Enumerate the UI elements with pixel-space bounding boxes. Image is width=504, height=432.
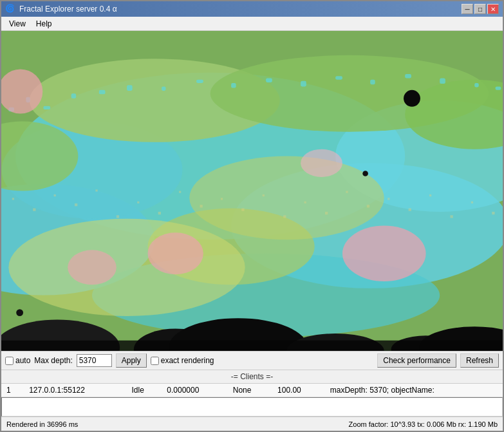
title-buttons: ─ □ ✕	[462, 4, 499, 14]
table-row: 1127.0.0.1:55122Idle0.000000None100.00ma…	[1, 384, 503, 397]
clients-section: -= Clients =- 1127.0.0.1:55122Idle0.0000…	[1, 370, 503, 417]
zoom-info: Zoom factor: 10^3.93 tx: 0.006 Mb rx: 1.…	[349, 420, 498, 428]
svg-point-16	[68, 250, 117, 285]
svg-rect-46	[75, 203, 77, 206]
svg-rect-61	[387, 198, 389, 200]
svg-rect-58	[325, 212, 328, 214]
svg-point-13	[189, 156, 384, 239]
svg-rect-52	[200, 205, 202, 207]
svg-rect-35	[301, 81, 306, 87]
svg-rect-32	[196, 80, 203, 83]
svg-point-71	[16, 309, 23, 316]
exact-rendering-checkbox[interactable]	[151, 357, 159, 365]
fractal-canvas[interactable]	[1, 31, 503, 351]
svg-rect-60	[367, 205, 369, 207]
title-bar: 🌀 Fractal Explorer server 0.4 α ─ □ ✕	[1, 1, 503, 17]
status-bar: Rendered in 36996 ms Zoom factor: 10^3.9…	[1, 417, 503, 431]
close-button[interactable]: ✕	[487, 4, 499, 14]
exact-rendering-label: exact rendering	[151, 356, 214, 365]
title-bar-left: 🌀 Fractal Explorer server 0.4 α	[5, 4, 117, 14]
svg-rect-53	[221, 198, 223, 200]
svg-rect-40	[474, 83, 478, 87]
svg-rect-36	[335, 76, 342, 79]
svg-rect-56	[283, 215, 286, 218]
window-title: Fractal Explorer server 0.4 α	[19, 5, 117, 14]
svg-rect-24	[1, 341, 503, 351]
svg-rect-43	[12, 198, 14, 200]
max-depth-label: Max depth:	[34, 356, 72, 365]
svg-rect-37	[370, 80, 375, 85]
fractal-image	[1, 31, 503, 351]
svg-rect-33	[231, 83, 236, 88]
svg-rect-55	[263, 194, 265, 196]
main-window: 🌀 Fractal Explorer server 0.4 α ─ □ ✕ Vi…	[0, 0, 504, 432]
apply-button[interactable]: Apply	[116, 353, 147, 368]
maximize-button[interactable]: □	[474, 4, 486, 14]
auto-checkbox[interactable]	[5, 357, 14, 365]
svg-rect-30	[127, 85, 133, 91]
svg-rect-59	[346, 191, 348, 193]
clients-empty-area	[1, 397, 503, 417]
svg-rect-41	[496, 86, 501, 89]
render-time: Rendered in 36996 ms	[6, 420, 78, 428]
svg-rect-54	[241, 209, 244, 211]
svg-rect-51	[179, 191, 181, 193]
svg-rect-47	[95, 189, 97, 191]
svg-rect-64	[450, 215, 453, 218]
menu-help[interactable]: Help	[31, 18, 57, 30]
menu-view[interactable]: View	[4, 18, 31, 30]
svg-rect-66	[492, 212, 494, 214]
svg-rect-48	[117, 215, 119, 218]
clients-header: -= Clients =-	[1, 370, 503, 384]
svg-rect-62	[409, 209, 411, 211]
svg-point-69	[404, 90, 420, 107]
clients-table: 1127.0.0.1:55122Idle0.000000None100.00ma…	[1, 384, 503, 397]
svg-rect-45	[54, 194, 56, 196]
svg-rect-31	[162, 86, 165, 90]
svg-point-12	[8, 219, 245, 316]
check-performance-button[interactable]: Check performance	[377, 353, 456, 368]
app-icon: 🌀	[5, 4, 15, 14]
svg-rect-34	[266, 78, 272, 82]
svg-point-70	[362, 171, 368, 176]
minimize-button[interactable]: ─	[462, 4, 473, 14]
max-depth-input[interactable]	[77, 354, 112, 367]
svg-rect-57	[304, 202, 306, 203]
svg-point-15	[147, 232, 203, 274]
svg-point-14	[342, 226, 426, 281]
svg-rect-38	[405, 74, 411, 78]
svg-rect-39	[440, 78, 445, 84]
svg-rect-65	[471, 202, 473, 203]
auto-checkbox-label: auto	[5, 356, 30, 365]
svg-point-17	[301, 149, 342, 177]
svg-rect-49	[137, 202, 139, 203]
menu-bar: View Help	[1, 17, 503, 31]
svg-rect-28	[71, 93, 77, 99]
refresh-button[interactable]: Refresh	[460, 353, 499, 368]
svg-rect-63	[429, 194, 431, 196]
toolbar: auto Max depth: Apply exact rendering Ch…	[1, 351, 503, 370]
svg-rect-44	[33, 209, 35, 211]
svg-rect-27	[43, 106, 50, 109]
svg-rect-29	[99, 90, 106, 94]
svg-rect-50	[158, 212, 161, 214]
